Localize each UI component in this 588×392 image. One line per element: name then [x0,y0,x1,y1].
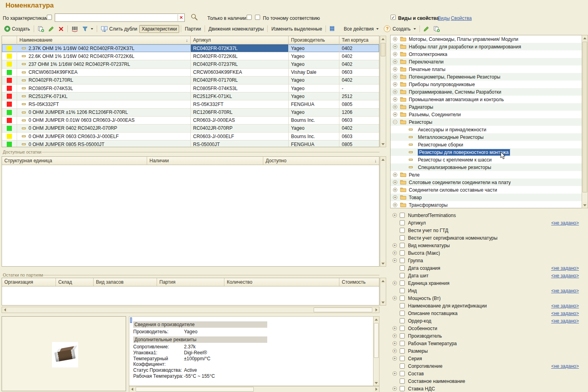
scroll-up-arrow[interactable] [582,35,588,41]
not-set-link[interactable]: <не задано> [551,311,579,316]
collapse-icon[interactable]: − [393,120,397,124]
property-checkbox[interactable] [400,288,405,293]
property-checkbox[interactable] [400,265,405,271]
table-row[interactable]: RC2512FK-071KLRC2512FK-071KLYageo2512 [2,92,379,100]
table-row[interactable]: RC0805FR-074K53LRC0805FR-074K53LYageo- [2,85,379,92]
batch-stock-column-header[interactable]: Партия [157,278,224,286]
tree-item[interactable]: +Промышленная автоматизация и контроль [391,96,588,103]
property-checkbox[interactable] [400,356,405,361]
property-row[interactable]: +Серия [390,355,588,362]
characteristics-button[interactable]: Характеристики [139,25,179,33]
scroll-left-arrow[interactable] [2,307,8,313]
expand-icon[interactable]: + [393,173,397,177]
table-row[interactable]: 2.37K OHM 1% 1/16W 0402 RC0402FR-072K37L… [2,44,379,52]
not-set-link[interactable]: <не задано> [551,288,579,294]
nomenclature-column-header[interactable] [2,36,17,44]
copy-button[interactable] [36,25,46,33]
exact-match-checkbox[interactable] [255,15,260,20]
expand-icon[interactable]: + [393,188,397,192]
table-row[interactable]: 237 OHM 1% 1/16W 0402 RC0402FR-07237RLRC… [2,60,379,68]
property-checkbox[interactable] [400,213,405,218]
expand-icon[interactable]: + [393,251,397,255]
batch-stock-column-header[interactable]: Стоимость [339,278,379,286]
create-button[interactable]: Создать [2,25,32,33]
tree-item[interactable]: +Наборы плат для разработки и программир… [391,43,588,50]
edit-button[interactable] [46,25,56,33]
batch-stock-vscrollbar[interactable] [380,278,386,306]
expand-icon[interactable]: + [393,180,397,184]
property-checkbox[interactable] [400,228,405,233]
not-set-link[interactable]: <не задано> [551,265,579,271]
tree-copy-button[interactable] [431,25,442,33]
batch-stock-column-header[interactable]: Количество [224,278,339,286]
expand-icon[interactable]: + [393,371,397,376]
tree-item[interactable]: +Потенциометры, Переменные Резисторы [391,73,588,81]
expand-icon[interactable]: + [393,349,397,353]
scroll-thumb[interactable] [582,42,587,192]
property-row[interactable]: Вести учет сертификатов номенклатуры [390,234,588,242]
expand-icon[interactable]: + [393,243,397,248]
tree-item[interactable]: +Реле [391,171,588,179]
details-hscrollbar[interactable] [129,386,379,392]
scroll-up-arrow[interactable] [380,157,386,162]
clear-search-icon[interactable]: ✕ [178,14,184,21]
scroll-up-arrow[interactable] [380,36,386,42]
property-checkbox[interactable] [400,318,405,323]
property-row[interactable]: +Вид номенклатуры [390,242,588,249]
property-checkbox[interactable] [400,379,405,384]
property-checkbox[interactable] [400,243,405,248]
table-row[interactable]: 0 OHM JUMPER 0402 RC0402JR-070RPRC0402JR… [2,125,379,133]
scroll-down-arrow[interactable] [380,141,386,147]
property-row[interactable]: Ордер-код<не задано> [390,317,588,325]
expand-icon[interactable]: + [393,67,397,71]
property-row[interactable]: +Ставка НДС [390,385,588,392]
tree-item[interactable]: +Переключатели [391,58,588,65]
tree-vscrollbar[interactable] [582,35,588,208]
expand-icon[interactable]: + [393,52,397,56]
expand-icon[interactable]: + [393,82,397,86]
property-row[interactable]: Вести учет по ГТД [390,227,588,234]
list-settings-button[interactable] [328,25,337,33]
available-stock-column-header[interactable]: Структурная единица [2,157,147,165]
scroll-up-arrow[interactable] [380,278,386,284]
scroll-thumb[interactable] [374,323,379,358]
scroll-right-arrow[interactable] [373,386,379,392]
property-row[interactable]: +Производитель [390,332,588,340]
main-table-vscrollbar[interactable] [380,36,386,147]
expand-icon[interactable]: + [393,97,397,102]
property-checkbox[interactable] [400,386,405,391]
tree-item[interactable]: Аксессуары и принадлежности [391,126,588,133]
expand-icon[interactable]: + [393,112,397,117]
property-row[interactable]: Описание поставщика<не задано> [390,309,588,317]
available-stock-column-header[interactable]: Доступно↓ [263,157,379,165]
nomenclature-column-header[interactable]: Наименование↓ [17,36,191,44]
scroll-right-arrow[interactable] [373,307,379,313]
expand-icon[interactable]: + [393,281,397,285]
property-checkbox[interactable] [400,258,405,263]
scroll-down-arrow[interactable] [373,380,379,386]
tree-item[interactable]: +Моторы, Соленоиды, Платы управления/ Мо… [391,35,588,43]
property-row[interactable]: Сопротивление<не задано> [390,362,588,370]
batch-stock-column-header[interactable]: Организация [2,278,56,286]
expand-icon[interactable]: + [393,356,397,361]
tree-item[interactable]: Резисторы для поверхностного монтажа [391,148,588,156]
property-row[interactable]: Артикул<не задано> [390,219,588,227]
tree-edit-button[interactable] [421,25,431,33]
not-set-link[interactable]: <не задано> [551,318,579,324]
tree-item[interactable]: Резисторные сборки [391,141,588,148]
movements-button[interactable]: Движения номенклатуры [207,25,266,33]
property-row[interactable]: Инд<не задано> [390,287,588,294]
available-stock-column-header[interactable]: Наличии [147,157,263,165]
property-checkbox[interactable] [400,363,405,369]
merge-duplicates-button[interactable]: Слить дубли [99,25,140,33]
not-set-link[interactable]: <не задано> [551,303,579,309]
property-row[interactable]: +Состав [390,370,588,377]
table-row[interactable]: RS-05K332FTRS-05K332FTFENGHUA0805 [2,100,379,108]
property-row[interactable]: Дата шит<не задано> [390,272,588,279]
property-checkbox[interactable] [400,311,405,316]
scroll-thumb[interactable] [381,43,385,56]
table-row[interactable]: 0 OHM JUMPER ±1% 1206 RC1206FR-070RLRC12… [2,109,379,117]
expand-icon[interactable]: + [393,203,397,207]
tree-item[interactable]: +Программирование, Системы Разработки [391,88,588,96]
scroll-up-arrow[interactable] [373,317,379,322]
